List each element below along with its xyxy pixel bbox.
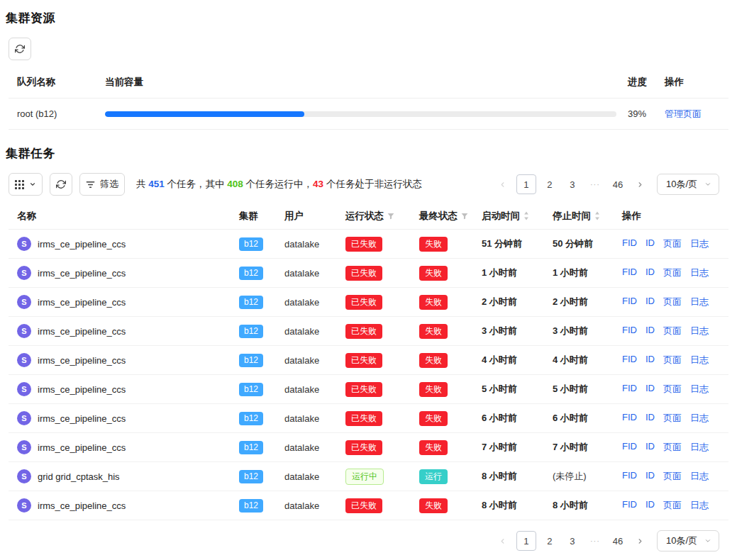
page-link[interactable]: 页面 (663, 499, 682, 512)
fid-link[interactable]: FID (622, 499, 637, 512)
id-link[interactable]: ID (645, 354, 655, 366)
id-link[interactable]: ID (645, 499, 655, 512)
name-header: 名称 (17, 210, 239, 223)
filter-icon[interactable] (387, 213, 394, 220)
log-link[interactable]: 日志 (690, 237, 709, 250)
page-link[interactable]: 页面 (663, 412, 682, 425)
log-link[interactable]: 日志 (690, 383, 709, 396)
start-time: 4 小时前 (482, 354, 553, 366)
resources-toolbar (9, 38, 737, 60)
fid-link[interactable]: FID (622, 325, 637, 337)
fid-link[interactable]: FID (622, 354, 637, 366)
table-row: S irms_ce_pipeline_ccs b12 datalake 已失败 … (9, 346, 728, 375)
next-page-button[interactable] (631, 532, 650, 550)
avatar: S (17, 295, 31, 309)
page-button-last[interactable]: 46 (609, 532, 627, 550)
task-name: grid grid_cptask_his (38, 471, 120, 482)
cluster-resources-title: 集群资源 (6, 10, 737, 26)
filter-icon[interactable] (461, 213, 468, 220)
start-time: 3 小时前 (482, 325, 553, 337)
log-link[interactable]: 日志 (690, 354, 709, 366)
id-link[interactable]: ID (645, 237, 655, 250)
page-button-last[interactable]: 46 (609, 175, 627, 194)
page-link[interactable]: 页面 (663, 267, 682, 279)
fid-link[interactable]: FID (622, 383, 637, 396)
log-link[interactable]: 日志 (690, 470, 709, 483)
stop-time: (未停止) (553, 470, 622, 483)
filter-button-label: 筛选 (100, 178, 118, 191)
tasks-summary: 共 451 个任务，其中 408 个任务运行中，43 个任务处于非运行状态 (136, 178, 422, 191)
page-button-3[interactable]: 3 (563, 532, 582, 550)
sort-icon[interactable] (523, 211, 529, 220)
task-name: irms_ce_pipeline_ccs (38, 413, 126, 424)
fid-link[interactable]: FID (622, 237, 637, 250)
summary-text: 共 (136, 179, 148, 189)
fid-link[interactable]: FID (622, 267, 637, 279)
prev-page-button[interactable] (494, 175, 512, 194)
tasks-refresh-button[interactable] (50, 173, 72, 196)
cluster-tag: b12 (239, 441, 263, 454)
column-settings-button[interactable] (9, 173, 43, 196)
filter-button[interactable]: 筛选 (79, 173, 125, 196)
final-status-badge: 失败 (419, 440, 448, 455)
log-link[interactable]: 日志 (690, 267, 709, 279)
fid-link[interactable]: FID (622, 441, 637, 454)
id-link[interactable]: ID (645, 470, 655, 483)
fid-link[interactable]: FID (622, 296, 637, 308)
page-button-2[interactable]: 2 (541, 532, 559, 550)
page-link[interactable]: 页面 (663, 470, 682, 483)
capacity-progress-fill (105, 111, 304, 117)
start-time: 6 小时前 (482, 412, 553, 425)
capacity-progress-bar (105, 111, 616, 117)
next-page-button[interactable] (631, 175, 650, 194)
id-link[interactable]: ID (645, 383, 655, 396)
cluster-tag: b12 (239, 383, 263, 396)
fid-link[interactable]: FID (622, 470, 637, 483)
id-link[interactable]: ID (645, 296, 655, 308)
id-link[interactable]: ID (645, 325, 655, 337)
page-button-1[interactable]: 1 (516, 531, 536, 551)
page-size-select[interactable]: 10条/页 (657, 530, 719, 551)
page-button-2[interactable]: 2 (541, 175, 559, 194)
page-link[interactable]: 页面 (663, 296, 682, 308)
refresh-icon (15, 44, 25, 54)
page-link[interactable]: 页面 (663, 354, 682, 366)
id-link[interactable]: ID (645, 441, 655, 454)
resources-table: 队列名称 当前容量 进度 操作 root (b12) 39% 管理页面 (9, 66, 728, 130)
log-link[interactable]: 日志 (690, 441, 709, 454)
id-link[interactable]: ID (645, 267, 655, 279)
page-size-select[interactable]: 10条/页 (657, 174, 719, 195)
stop-time: 5 小时前 (553, 383, 622, 396)
stop-time-header: 停止时间 (553, 210, 622, 223)
page-ellipsis[interactable]: ··· (586, 532, 604, 550)
log-link[interactable]: 日志 (690, 412, 709, 425)
queue-row: root (b12) 39% 管理页面 (9, 99, 728, 130)
avatar: S (17, 411, 31, 425)
page-link[interactable]: 页面 (663, 383, 682, 396)
log-link[interactable]: 日志 (690, 296, 709, 308)
prev-page-button[interactable] (494, 532, 512, 550)
user-cell: datalake (284, 384, 345, 395)
log-link[interactable]: 日志 (690, 499, 709, 512)
log-link[interactable]: 日志 (690, 325, 709, 337)
cluster-tag: b12 (239, 237, 263, 251)
running-count: 408 (227, 179, 243, 189)
page-link[interactable]: 页面 (663, 441, 682, 454)
manage-page-link[interactable]: 管理页面 (665, 108, 702, 119)
fid-link[interactable]: FID (622, 412, 637, 425)
resources-refresh-button[interactable] (9, 38, 31, 60)
page-size-value: 10条/页 (666, 178, 697, 191)
progress-header: 进度 (628, 76, 665, 89)
page-link[interactable]: 页面 (663, 325, 682, 337)
grid-icon (15, 180, 24, 189)
id-link[interactable]: ID (645, 412, 655, 425)
top-pagination-group: 1 2 3 ··· 46 10条/页 (494, 174, 719, 195)
table-row: S irms_ce_pipeline_ccs b12 datalake 已失败 … (9, 317, 728, 346)
user-cell: datalake (284, 471, 345, 482)
page-link[interactable]: 页面 (663, 237, 682, 250)
actions-header: 操作 (622, 210, 720, 223)
sort-icon[interactable] (594, 211, 600, 220)
page-ellipsis[interactable]: ··· (586, 175, 604, 194)
page-button-1[interactable]: 1 (516, 174, 536, 194)
page-button-3[interactable]: 3 (563, 175, 582, 194)
